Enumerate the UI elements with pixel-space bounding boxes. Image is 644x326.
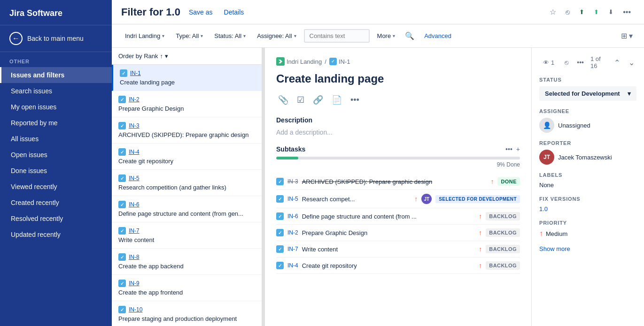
sidebar-item-all-issues[interactable]: All issues: [0, 131, 112, 147]
pagination-prev-button[interactable]: ⌃: [612, 57, 622, 68]
sidebar-item-my-open-issues[interactable]: My open issues: [0, 99, 112, 115]
issue-type-icon: ✓: [118, 227, 126, 235]
breadcrumb-project-label: Indri Landing: [287, 58, 322, 65]
export-excel-button[interactable]: ⬆: [575, 6, 588, 18]
order-button[interactable]: Order by Rank ↑ ▾: [118, 53, 168, 60]
type-chevron-icon: ▾: [201, 33, 203, 38]
subtask-row[interactable]: ✓IN-7Write content↑BACKLOG: [276, 241, 520, 258]
import-button[interactable]: ⬇: [605, 6, 617, 18]
assignee-filter[interactable]: Assignee: All ▾: [253, 30, 300, 42]
subtask-row[interactable]: ✓IN-4Create git repository↑BACKLOG: [276, 258, 520, 274]
view-toggle-button[interactable]: ⊞ ▾: [619, 30, 635, 42]
list-item[interactable]: ✓IN-6Define page structure and content (…: [112, 196, 262, 222]
issue-id: IN-8: [129, 254, 140, 260]
subtask-row[interactable]: ✓IN-3ARCHIVED (SKIPPED): Prepare graphic…: [276, 174, 520, 190]
back-to-main-button[interactable]: ← Back to main menu: [0, 25, 112, 52]
description-section-title: Description: [276, 116, 520, 124]
assignee-avatar: 👤: [539, 118, 554, 133]
subtasks-section-title: Subtasks: [276, 145, 305, 153]
watch-button[interactable]: 👁 1: [539, 57, 558, 68]
issue-summary: Create the app backend: [118, 263, 255, 270]
list-item[interactable]: ✓IN-1Create landing page: [112, 65, 262, 91]
sidebar-item-reported-by-me[interactable]: Reported by me: [0, 115, 112, 131]
more-filter-button[interactable]: More ▾: [373, 30, 399, 42]
more-filter-label: More: [377, 32, 391, 39]
list-item[interactable]: ✓IN-3ARCHIVED (SKIPPED): Prepare graphic…: [112, 117, 262, 144]
subtask-id: IN-3: [287, 178, 298, 185]
fix-versions-value[interactable]: 1.0: [539, 205, 636, 212]
more-options-button[interactable]: •••: [619, 5, 635, 19]
status-dropdown[interactable]: Selected for Development ▾: [539, 86, 636, 101]
issue-id: IN-1: [130, 70, 141, 76]
status-filter[interactable]: Status: All ▾: [210, 30, 249, 42]
share-detail-button[interactable]: ⎋: [563, 57, 570, 68]
list-item[interactable]: ✓IN-7Write content: [112, 222, 262, 249]
subtask-id: IN-2: [287, 229, 298, 236]
back-label: Back to main menu: [27, 35, 84, 42]
top-header: Filter for 1.0 Save as Details ☆ ⎋ ⬆ ⬆ ⬇…: [112, 0, 644, 24]
subtask-title: ARCHIVED (SKIPPED): Prepare graphic desi…: [302, 178, 487, 185]
sidebar-item-issues-filters[interactable]: Issues and filters: [0, 67, 112, 83]
content-area: Order by Rank ↑ ▾ ✓IN-1Create landing pa…: [112, 48, 644, 326]
page-button[interactable]: 📄: [330, 93, 344, 107]
subtask-id: IN-6: [287, 213, 298, 220]
star-button[interactable]: ☆: [546, 5, 560, 19]
subtask-status-badge: BACKLOG: [486, 261, 520, 270]
sidebar-item-created-recently[interactable]: Created recently: [0, 195, 112, 211]
list-item[interactable]: ✓IN-5Research competition (and gather li…: [112, 170, 262, 196]
sidebar-item-viewed-recently[interactable]: Viewed recently: [0, 179, 112, 195]
breadcrumb-project: Indri Landing: [276, 57, 322, 66]
share-button[interactable]: ⎋: [562, 5, 574, 19]
subtask-avatar: JT: [421, 194, 432, 204]
list-item[interactable]: ✓IN-10Prepare staging and production dep…: [112, 301, 262, 326]
type-filter[interactable]: Type: All ▾: [172, 30, 207, 42]
subtask-title: Write content: [302, 246, 475, 253]
watch-count: 1: [551, 59, 554, 66]
list-item[interactable]: ✓IN-8Create the app backend: [112, 249, 262, 275]
text-search-input[interactable]: [304, 29, 370, 43]
advanced-filter-button[interactable]: Advanced: [420, 30, 455, 42]
detail-panel: Indri Landing / ✓ IN-1 Create landing pa…: [265, 48, 531, 326]
attachment-button[interactable]: 📎: [276, 93, 290, 107]
reporter-row: JT Jacek Tomaszewski: [539, 150, 636, 165]
export-button[interactable]: ⬆: [590, 6, 603, 18]
issue-summary: Define page structure and content (from …: [118, 210, 255, 217]
list-item[interactable]: ✓IN-9Create the app frontend: [112, 275, 262, 301]
subtask-row[interactable]: ✓IN-6Define page structure and content (…: [276, 208, 520, 225]
subtask-id: IN-7: [287, 246, 298, 252]
subtasks-list: ✓IN-3ARCHIVED (SKIPPED): Prepare graphic…: [276, 174, 520, 274]
right-panel: 👁 1 ⎋ ••• 1 of 16 ⌃ ⌄ STATUS Selected fo…: [531, 48, 644, 326]
issue-id: IN-2: [129, 96, 140, 103]
subtask-priority-icon: ↑: [479, 229, 482, 236]
show-more-button[interactable]: Show more: [539, 245, 636, 252]
subtask-row[interactable]: ✓IN-5Research compet...↑JTSELECTED FOR D…: [276, 190, 520, 208]
list-item[interactable]: ✓IN-4Create git repository: [112, 144, 262, 170]
priority-row: ↑ Medium: [539, 229, 636, 238]
project-filter-label: Indri Landing: [125, 32, 160, 39]
order-label: Order by Rank: [118, 53, 158, 60]
progress-fill: [276, 157, 298, 159]
details-button[interactable]: Details: [221, 7, 247, 18]
subtasks-more-button[interactable]: •••: [505, 145, 512, 153]
list-item[interactable]: ✓IN-2Prepare Graphic Design: [112, 91, 262, 117]
save-as-button[interactable]: Save as: [186, 7, 216, 18]
pagination-next-button[interactable]: ⌄: [627, 57, 636, 68]
sidebar-item-open-issues[interactable]: Open issues: [0, 147, 112, 163]
sidebar-item-updated-recently[interactable]: Updated recently: [0, 227, 112, 243]
breadcrumb-issue-icon: ✓: [329, 58, 337, 65]
search-icon-button[interactable]: 🔍: [403, 29, 417, 43]
issue-type-icon: ✓: [118, 122, 126, 129]
sidebar-item-resolved-recently[interactable]: Resolved recently: [0, 211, 112, 227]
subtasks-add-button[interactable]: +: [516, 145, 520, 153]
sidebar-item-done-issues[interactable]: Done issues: [0, 163, 112, 179]
project-filter[interactable]: Indri Landing ▾: [121, 30, 168, 42]
more-detail-button[interactable]: •••: [575, 57, 586, 68]
link-button[interactable]: 🔗: [311, 93, 325, 107]
sidebar-item-search-issues[interactable]: Search issues: [0, 83, 112, 99]
subtask-title: Define page structure and content (from …: [302, 213, 475, 220]
checklist-button[interactable]: ☑: [295, 93, 306, 107]
issue-list-panel: Order by Rank ↑ ▾ ✓IN-1Create landing pa…: [112, 48, 262, 326]
subtask-row[interactable]: ✓IN-2Prepare Graphic Design↑BACKLOG: [276, 225, 520, 241]
more-toolbar-button[interactable]: •••: [349, 93, 361, 107]
description-placeholder[interactable]: Add a description...: [276, 129, 520, 136]
